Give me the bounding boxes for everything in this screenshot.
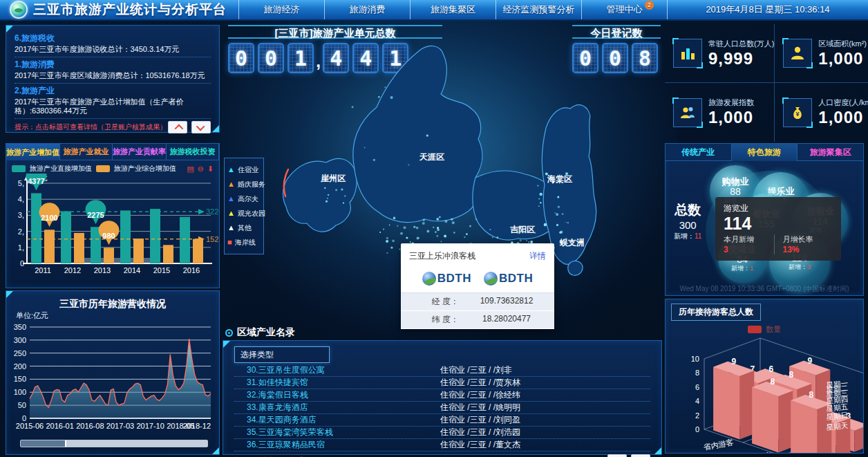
legend-swatch-icon [96,165,110,172]
map-legend-item: ▲其他 [227,221,261,235]
overview-item-title[interactable]: 1.旅游消费 [15,59,211,71]
bubble-added: 新增：3 [789,263,811,271]
svg-text:2018-12: 2018-12 [183,422,211,430]
square-icon: ■ [227,239,232,246]
map-legend-item: ▲住宿业 [227,162,261,177]
legend-label: 旅游产业综合增加值 [114,164,176,174]
overview-next-button[interactable] [191,121,211,133]
type-filter-select[interactable]: 选择类型 [234,346,330,363]
directory-row[interactable]: 32.海棠假日客栈住宿业 /三亚 / /徐经纬 [234,389,650,402]
overview-item-title[interactable]: 2.旅游产业 [15,85,211,97]
bubble-tab-1[interactable]: 传统产业 [666,144,732,161]
nav-item-2[interactable]: 旅游消费 [324,0,410,19]
revenue-area-chart[interactable]: 0501001502002503003502015-062016-012016-… [6,321,219,440]
svg-text:蜈支洲: 蜈支洲 [559,238,585,248]
directory-row[interactable]: 36.三亚琼聚精品民宿住宿业 /三亚 / /董文杰 [234,439,650,451]
overview-item-title[interactable]: 6.旅游税收 [15,32,211,44]
directory-row-name[interactable]: 33.康喜龙海酒店 [234,402,440,413]
visitors-3d-chart[interactable]: 0246810693785988省内游客入境游客国内游客星期一星期二星期三星期四… [666,328,863,453]
directory-row[interactable]: 35.三亚海棠湾笑荣客栈住宿业 /三亚 / /刘浩园 [234,427,650,439]
directory-row[interactable]: 33.康喜龙海酒店住宿业 /三亚 / /姚明明 [234,402,650,414]
person-icon [783,39,812,68]
svg-text:9: 9 [732,357,737,366]
directory-row-name[interactable]: 35.三亚海棠湾笑荣客栈 [234,427,440,438]
revenue-zoom-slider[interactable] [20,440,208,447]
nav-item-3[interactable]: 旅游集聚区 [410,0,496,19]
svg-text:5,: 5, [18,179,24,187]
overview-prev-button[interactable] [168,121,187,133]
triangle-icon: ▲ [227,195,235,203]
svg-text:2: 2 [695,411,699,420]
bubble-tab-3[interactable]: 旅游聚集区 [798,144,863,161]
map-legend-label: 其他 [238,223,252,233]
map-legend-item: ▲婚庆服务 [227,177,261,192]
industry-toolbar: ▤⊖⬇ [187,165,214,173]
globe-icon [422,272,436,286]
header: 三亚市旅游产业统计与分析平台 旅游经济旅游消费旅游集聚区经济监测预警分析管理中心… [0,0,868,21]
directory-row[interactable]: 34.星天园商务酒店住宿业 /三亚 / /刘同盈 [234,414,650,427]
svg-text:2015: 2015 [153,266,170,274]
kpi-value: 1,000 [818,49,867,68]
kpi-label: 人口密度(人/km²) [818,97,868,108]
svg-text:2016-01: 2016-01 [46,422,73,430]
directory-next-button[interactable] [631,454,650,457]
bubble-total: 总数 300 新增：11 [674,201,701,241]
directory-row-name[interactable]: 36.三亚琼聚精品民宿 [234,439,440,451]
directory-row[interactable]: 30.三亚帛生度假公寓住宿业 /三亚 / /刘非 [234,364,650,377]
svg-text:2016-08: 2016-08 [76,422,104,430]
nav-item-4[interactable]: 经济监测预警分析 [496,0,581,19]
svg-text:¥: ¥ [796,111,800,118]
overview-item-desc: 2017年三亚市年度区域旅游消费总计：10531676.18万元 [15,71,211,80]
zoom-slider-handle[interactable] [21,440,66,447]
directory-row-name[interactable]: 34.星天园商务酒店 [234,414,440,426]
svg-text:4,: 4, [18,195,24,203]
directory-row-detail: 住宿业 /三亚 / /董文杰 [440,439,650,451]
chevron-down-icon [196,122,205,131]
doc-icon[interactable]: ▤ [187,165,194,173]
svg-text:天涯区: 天涯区 [419,152,444,162]
directory-prev-button[interactable] [607,454,627,457]
map-legend-label: 观光农园 [238,209,265,218]
directory-row-detail: 住宿业 /三亚 / /刘同盈 [440,414,650,426]
directory-row-name[interactable]: 32.海棠假日客栈 [234,389,440,401]
svg-text:300: 300 [14,336,26,344]
download-icon[interactable]: ⬇ [207,165,214,173]
bubble-tab-2[interactable]: 特色旅游 [732,144,798,161]
nav-item-1[interactable]: 旅游经济 [238,0,324,19]
industry-bubbles-panel: 传统产业特色旅游旅游聚集区 总数 300 新增：11 购物业88新增：4娱乐业9… [665,143,864,296]
poi-detail-link[interactable]: 详情 [529,250,546,262]
industry-bar-chart[interactable]: 01,2,3,4,5,万元201120122013201420152016322… [6,174,219,283]
kpi-cell: 旅游发展指数1,000 [665,83,775,142]
svg-text:2017-03: 2017-03 [106,422,134,430]
restore-icon[interactable]: ⊖ [198,165,204,173]
industry-tab-2[interactable]: 旅游产业就业 [60,144,113,160]
svg-text:8: 8 [789,370,794,380]
coordinate-label: 纬 度： [401,314,459,326]
overview-item-desc: 2017年三亚市年度旅游说收总计：3450.3.14万元 [15,45,211,54]
poi-title: 三亚上乐冲浪客栈 [409,250,475,262]
chevron-up-icon [174,124,183,133]
industry-tab-1[interactable]: 旅游产业增加值 [6,144,60,160]
svg-text:入境游客: 入境游客 [742,451,773,453]
directory-row-name[interactable]: 31.如佳快捷宾馆 [234,377,440,389]
svg-text:2013: 2013 [94,266,111,274]
overview-hint: 提示：点击标题可查看详情（卫星账户核算成果） [15,122,167,132]
industry-tab-4[interactable]: 旅游税收投资 [167,144,219,160]
revenue-history-panel: 三亚市历年旅游营收情况 单位:亿元 0501001502002503003502… [6,290,220,455]
svg-text:2100: 2100 [41,214,57,222]
map-legend-item: ▲高尔夫 [227,192,261,206]
directory-row[interactable]: 31.如佳快捷宾馆住宿业 /三亚 / /贾东林 [234,377,650,389]
svg-text:1,: 1, [18,243,24,252]
bubble-chart[interactable]: 总数 300 新增：11 购物业88新增：4娱乐业94新增：3餐饮业155住宿业… [666,161,863,297]
svg-text:2011: 2011 [35,266,51,274]
svg-text:150: 150 [14,375,26,383]
industry-tab-3[interactable]: 旅游产业贡献率 [113,144,167,160]
map-legend-label: 高尔夫 [238,194,258,204]
nav-item-5[interactable]: 管理中心2 [581,0,668,19]
overview-item-desc: 2017年三亚市年度旅游产业总计增加值（生产者价格）:6380366.44万元 [15,97,211,115]
directory-row-name[interactable]: 30.三亚帛生度假公寓 [234,364,440,376]
svg-text:4: 4 [695,397,699,405]
svg-text:2017-10: 2017-10 [136,422,164,430]
svg-text:6: 6 [769,364,774,374]
svg-text:200: 200 [14,362,26,371]
